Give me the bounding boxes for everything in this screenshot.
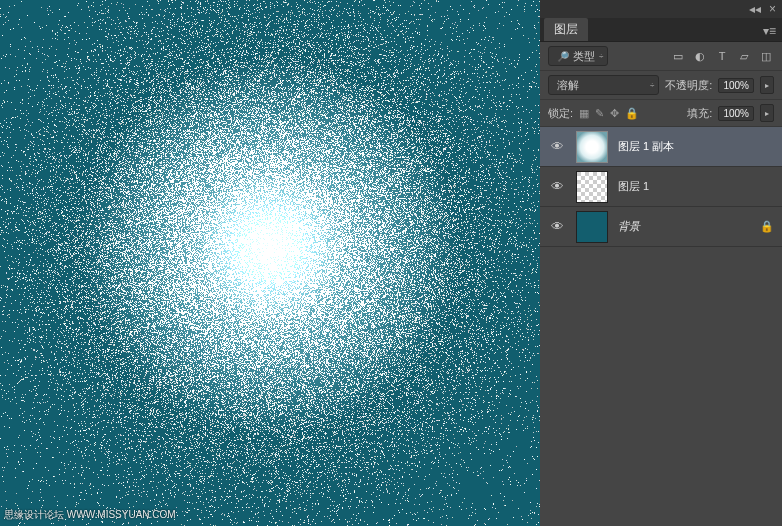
fill-input[interactable]: 100% <box>718 106 754 121</box>
layer-row[interactable]: 👁图层 1 <box>540 167 782 207</box>
search-icon: 🔎 <box>557 51 569 62</box>
blend-mode-select[interactable]: 溶解 ÷ <box>548 75 659 95</box>
lock-all-icon[interactable]: 🔒 <box>625 107 639 120</box>
lock-label: 锁定: <box>548 106 573 121</box>
lock-move-icon[interactable]: ✥ <box>610 107 619 120</box>
visibility-toggle-icon[interactable]: 👁 <box>548 139 566 154</box>
close-icon[interactable]: × <box>769 2 776 16</box>
layer-name[interactable]: 背㬌 <box>618 219 750 234</box>
blend-row: 溶解 ÷ 不透明度: 100% ▸ <box>540 71 782 100</box>
layer-list: 👁图层 1 副本👁图层 1👁背㬌🔒 <box>540 127 782 526</box>
panel-menu-icon[interactable]: ▾≡ <box>757 21 782 41</box>
fill-stepper[interactable]: ▸ <box>760 104 774 122</box>
lock-row: 锁定: ▦ ✎ ✥ 🔒 填充: 100% ▸ <box>540 100 782 127</box>
lock-brush-icon[interactable]: ✎ <box>595 107 604 120</box>
layer-name[interactable]: 图层 1 副本 <box>618 139 774 154</box>
caret-icon: ÷ <box>650 81 654 90</box>
filter-type-label: 类型 <box>573 49 595 64</box>
layer-name[interactable]: 图层 1 <box>618 179 774 194</box>
caret-icon: ÷ <box>599 52 603 61</box>
filter-shape-icon[interactable]: ▱ <box>736 50 752 63</box>
layer-row[interactable]: 👁背㬌🔒 <box>540 207 782 247</box>
opacity-stepper[interactable]: ▸ <box>760 76 774 94</box>
blend-mode-value: 溶解 <box>557 78 579 93</box>
fill-label: 填充: <box>687 106 712 121</box>
opacity-label: 不透明度: <box>665 78 712 93</box>
lock-transparent-icon[interactable]: ▦ <box>579 107 589 120</box>
layer-thumbnail[interactable] <box>576 211 608 243</box>
filter-type-select[interactable]: 🔎 类型 ÷ <box>548 46 608 66</box>
watermark-text: 思缘设计论坛 WWW.MISSYUAN.COM <box>4 508 176 522</box>
filter-row: 🔎 类型 ÷ ▭ ◐ T ▱ ◫ <box>540 42 782 71</box>
lock-icons: ▦ ✎ ✥ 🔒 <box>579 107 639 120</box>
layer-thumbnail[interactable] <box>576 171 608 203</box>
tab-layers[interactable]: 图层 <box>544 18 588 41</box>
filter-adjust-icon[interactable]: ◐ <box>692 50 708 63</box>
filter-image-icon[interactable]: ▭ <box>670 50 686 63</box>
document-canvas[interactable] <box>0 0 540 526</box>
opacity-input[interactable]: 100% <box>718 78 754 93</box>
layer-thumbnail[interactable] <box>576 131 608 163</box>
panel-tab-bar: 图层 ▾≡ <box>540 18 782 42</box>
layers-panel: ◂◂ × 图层 ▾≡ 🔎 类型 ÷ ▭ ◐ T ▱ ◫ 溶解 ÷ 不透明度: 1… <box>540 0 782 526</box>
layer-row[interactable]: 👁图层 1 副本 <box>540 127 782 167</box>
panel-top-strip: ◂◂ × <box>540 0 782 18</box>
visibility-toggle-icon[interactable]: 👁 <box>548 219 566 234</box>
collapse-icon[interactable]: ◂◂ <box>749 2 761 16</box>
visibility-toggle-icon[interactable]: 👁 <box>548 179 566 194</box>
filter-smart-icon[interactable]: ◫ <box>758 50 774 63</box>
lock-icon: 🔒 <box>760 220 774 233</box>
filter-type-icon[interactable]: T <box>714 50 730 62</box>
